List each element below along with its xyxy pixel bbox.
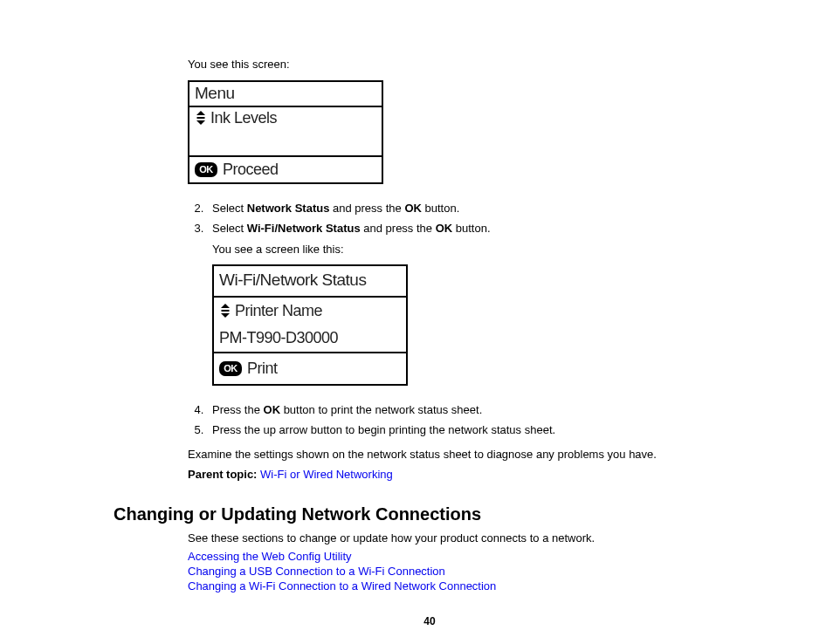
lcd-row-empty	[189, 129, 382, 155]
link-usb-to-wifi[interactable]: Changing a USB Connection to a Wi-Fi Con…	[188, 565, 746, 578]
link-web-config[interactable]: Accessing the Web Config Utility	[188, 550, 746, 563]
step-5: Press the up arrow button to begin print…	[207, 421, 746, 439]
steps-list: Select Network Status and press the OK b…	[188, 200, 746, 439]
page-number: 40	[114, 615, 746, 627]
step-3-after: You see a screen like this:	[212, 241, 746, 258]
lcd-footer: OK Print	[214, 352, 406, 384]
lcd-title: Wi-Fi/Network Status	[214, 266, 406, 298]
lcd-row-text: Printer Name	[235, 299, 322, 323]
parent-topic: Parent topic: Wi-Fi or Wired Networking	[188, 466, 746, 483]
up-down-arrow-icon	[195, 111, 207, 125]
lcd-footer-text: Print	[247, 357, 278, 380]
lcd-row-text: PM-T990-D30000	[219, 326, 338, 350]
related-links: Accessing the Web Config Utility Changin…	[188, 550, 746, 593]
lcd-row: PM-T990-D30000	[214, 325, 406, 352]
intro-text: You see this screen:	[188, 56, 746, 73]
parent-topic-link[interactable]: Wi-Fi or Wired Networking	[260, 468, 393, 481]
heading-intro: See these sections to change or update h…	[188, 530, 746, 547]
lcd-row: Ink Levels	[189, 107, 382, 129]
step-3: Select Wi-Fi/Network Status and press th…	[207, 220, 746, 386]
lcd-footer-text: Proceed	[223, 161, 279, 179]
step-2: Select Network Status and press the OK b…	[207, 200, 746, 217]
section-heading: Changing or Updating Network Connections	[114, 504, 746, 524]
link-wifi-to-wired[interactable]: Changing a Wi-Fi Connection to a Wired N…	[188, 579, 746, 593]
examine-text: Examine the settings shown on the networ…	[188, 446, 746, 463]
lcd-screen-menu: Menu Ink Levels OK Proceed	[188, 80, 383, 184]
lcd-row: Printer Name	[214, 298, 406, 325]
parent-topic-label: Parent topic:	[188, 468, 260, 481]
lcd-screen-wifi: Wi-Fi/Network Status Printer Name PM-T99…	[212, 264, 408, 386]
lcd-row-text: Ink Levels	[210, 109, 277, 127]
step-4: Press the OK button to print the network…	[207, 401, 746, 419]
ok-badge-icon: OK	[219, 361, 242, 376]
up-down-arrow-icon	[219, 304, 231, 318]
ok-badge-icon: OK	[195, 162, 217, 177]
lcd-footer: OK Proceed	[189, 155, 382, 182]
lcd-title: Menu	[189, 82, 382, 107]
